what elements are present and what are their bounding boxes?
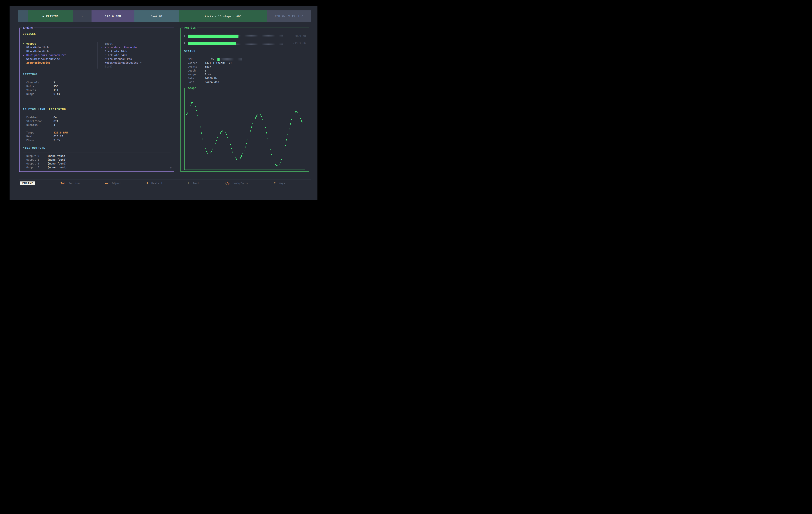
scope-sample-dot — [278, 165, 278, 167]
level-meters: L-20.9 dBR-22.2 dB — [184, 34, 306, 45]
level-meter-R: R-22.2 dB — [184, 42, 306, 45]
output-device-header[interactable]: >Output — [23, 42, 97, 46]
ableton-row-value[interactable]: On — [54, 116, 57, 119]
scope-sample-dot — [212, 149, 213, 150]
status-value: 0 ms — [205, 72, 211, 77]
setting-row: Channels2 — [23, 81, 171, 85]
ableton-row-label: Quantum — [26, 123, 54, 127]
output-device-item[interactable]: BlackHole 64ch — [23, 50, 97, 53]
midi-output-row-value[interactable]: (none found) — [48, 165, 67, 169]
scope-sample-dot — [279, 164, 280, 165]
setting-row-value[interactable]: 0 ms — [54, 92, 60, 96]
ableton-tempo-row-value[interactable]: 120.0 BPM — [54, 131, 68, 134]
prefix-spacer — [101, 50, 105, 53]
device-label: BlackHole 64ch — [26, 50, 49, 53]
scope-sample-dot — [248, 139, 248, 140]
input-device-item[interactable]: BlackHole 64ch — [101, 53, 171, 57]
topbar-segment-transport: ▶ PLAYING — [28, 10, 73, 22]
device-columns: >Output BlackHole 16chBlackHole 64chxHau… — [23, 42, 171, 68]
device-label: ZoomAudioDevice — [26, 61, 50, 65]
meter-channel-label: L — [184, 34, 188, 38]
topbar-segment-stats: CPU 7% V:13 L:0 — [267, 10, 311, 22]
scope-sample-dot — [283, 155, 283, 156]
input-device-item[interactable]: xMicro de « iPhone de... — [101, 46, 171, 50]
setting-row-value[interactable]: 111 — [54, 88, 58, 92]
topbar-segment-separator-dot: · — [73, 10, 91, 22]
setting-row: Buffer256 — [23, 85, 171, 88]
scope-sample-dot — [207, 153, 208, 154]
scope-sample-dot — [189, 109, 190, 110]
scope-sample-dot — [210, 152, 211, 153]
engine-panel: Engine DEVICES >Output BlackHole 16chBla… — [19, 28, 174, 172]
midi-output-row-value[interactable]: (none found) — [48, 158, 67, 162]
midi-output-row-label: Output 2 — [26, 162, 48, 165]
input-device-header[interactable]: Input — [101, 42, 171, 46]
scope-sample-dot — [288, 134, 288, 135]
scope-sample-dot — [293, 116, 293, 117]
setting-row-value[interactable]: 2 — [54, 81, 55, 85]
output-device-item[interactable]: ZoomAudioDevice — [23, 61, 97, 65]
topbar-segment-pattern: kicks · 16 steps · #66 — [179, 10, 267, 22]
engine-panel-title: Engine — [22, 26, 34, 30]
level-meter-L: L-20.9 dB — [184, 34, 306, 38]
scroll-down-icon[interactable]: ▼ — [170, 167, 172, 169]
scope-sample-dot — [211, 151, 212, 152]
ableton-tempo-row-value[interactable]: 626.65 — [54, 134, 63, 139]
status-value: CoreAudio — [205, 80, 219, 84]
input-device-item[interactable]: BlackHole 16ch — [101, 50, 171, 53]
midi-output-row-value[interactable]: (none found) — [48, 154, 67, 158]
ableton-status-badge: LISTENING — [49, 108, 66, 111]
scope-sample-dot — [294, 113, 294, 114]
status-row-cpu: CPU7% — [184, 57, 306, 61]
status-label: Voices — [188, 61, 205, 65]
midi-output-row-value[interactable]: (none found) — [48, 162, 67, 165]
scope-sample-dot — [218, 137, 218, 139]
meter-fill — [188, 42, 236, 45]
output-device-item[interactable]: xHaut-parleurs MacBook Pro — [23, 53, 97, 57]
shortcut-hint: h/p: Hush/Panic — [225, 182, 249, 185]
scope-sample-dot — [229, 141, 229, 142]
status-value: 44100 Hz — [205, 77, 218, 80]
ableton-row-value[interactable]: 4 — [54, 123, 55, 127]
settings-rows: Channels2Buffer256Voices111Nudge0 ms — [23, 81, 171, 96]
ableton-tempo-row-value[interactable]: 2.65 — [54, 139, 60, 142]
mode-tab-engine[interactable]: ENGINE — [20, 181, 35, 185]
scope-sample-dot — [265, 127, 266, 128]
output-device-item[interactable]: WebexMediaAudioDevice — [23, 57, 97, 61]
setting-row-value[interactable]: 256 — [54, 85, 58, 88]
scope-sample-dot — [235, 157, 236, 158]
setting-row-label: Channels — [26, 81, 54, 85]
scope-sample-dot — [227, 137, 228, 138]
input-device-list: Input xMicro de « iPhone de...BlackHole … — [97, 42, 171, 68]
metrics-panel: Metrics L-20.9 dBR-22.2 dB STATUS CPU7%V… — [180, 28, 309, 172]
midi-output-row-label: Output 1 — [26, 158, 48, 162]
ableton-rows: EnabledOnStart/StopOffQuantum4 — [23, 116, 171, 127]
prefix-spacer — [101, 61, 105, 65]
input-device-item[interactable]: WebexMediaAudioDevice▼ — [101, 61, 171, 65]
ableton-row: EnabledOn — [23, 116, 171, 119]
ableton-tempo-row: Phase2.65 — [23, 139, 171, 142]
scope-sample-dot — [269, 143, 269, 145]
scope-sample-dot — [255, 117, 256, 119]
status-value: 7% — [205, 57, 213, 61]
shortcut-key: R — [146, 182, 148, 185]
midi-output-row-label: Output 3 — [26, 165, 48, 169]
ableton-tempo-row-label: Tempo — [26, 131, 54, 134]
prefix-spacer — [23, 61, 26, 65]
prefix-spacer — [101, 53, 105, 57]
topbar-segment-bank: Bank 01 — [135, 10, 179, 22]
input-device-item[interactable]: Micro MacBook Pro — [101, 57, 171, 61]
ableton-row-value[interactable]: Off — [54, 119, 58, 123]
midi-output-row: Output 0(none found) — [23, 154, 171, 158]
setting-row-label: Nudge — [26, 92, 54, 96]
divider — [23, 40, 171, 40]
shortcut-hint: ?: Keys — [274, 182, 285, 185]
scope-sample-dot — [231, 148, 232, 149]
scope-sample-dot — [238, 159, 238, 160]
dropdown-arrow-icon[interactable]: ▼ — [140, 61, 142, 65]
ableton-link-heading: ABLETON LINK — [23, 108, 45, 111]
status-row-events: Events3817 — [184, 65, 306, 69]
scope-sample-dot — [191, 102, 192, 103]
scope-sample-dot — [249, 134, 250, 135]
output-device-item[interactable]: BlackHole 16ch — [23, 46, 97, 50]
